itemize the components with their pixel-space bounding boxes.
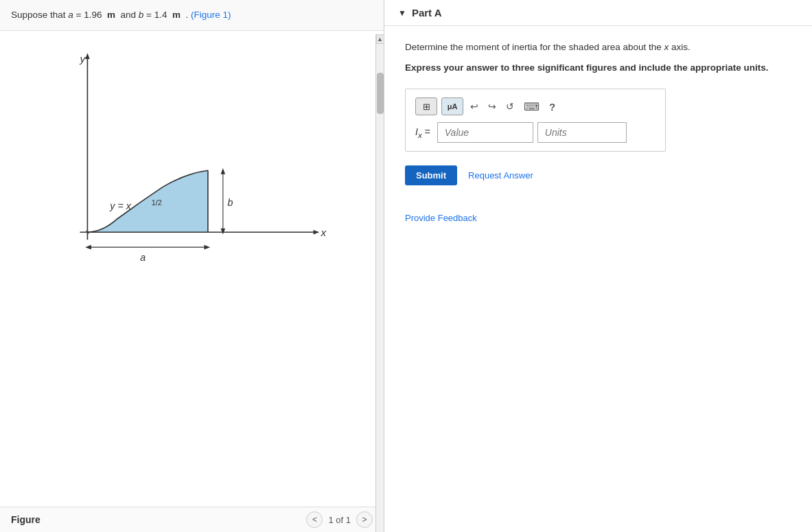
svg-text:a: a [140, 252, 146, 263]
nav-page-indicator: 1 of 1 [328, 515, 351, 525]
matrix-button[interactable]: ⊞ [415, 97, 437, 115]
figure-container: y x y = x 1/2 b a [0, 38, 384, 507]
undo-button[interactable]: ↩ [467, 101, 481, 112]
svg-marker-11 [221, 229, 226, 235]
svg-marker-15 [204, 245, 210, 250]
svg-marker-4 [85, 53, 90, 59]
provide-feedback-link[interactable]: Provide Feedback [405, 213, 477, 223]
action-row: Submit Request Answer [405, 165, 791, 185]
nav-prev-button[interactable]: < [306, 511, 323, 528]
svg-text:x: x [320, 227, 327, 238]
scrollbar[interactable]: ▲ ▼ [375, 34, 384, 532]
request-answer-link[interactable]: Request Answer [468, 170, 533, 181]
svg-marker-14 [85, 245, 91, 250]
greek-icon: μA [448, 102, 458, 111]
figure-label: Figure [11, 514, 40, 525]
redo-button[interactable]: ↪ [485, 101, 499, 112]
matrix-icon: ⊞ [423, 102, 430, 112]
part-a-title: Part A [412, 7, 442, 19]
scroll-up-arrow[interactable]: ▲ [376, 34, 384, 44]
right-panel: ▼ Part A Determine the moment of inertia… [384, 0, 812, 532]
figure-area: y x y = x 1/2 b a [0, 31, 384, 507]
greek-button[interactable]: μA [441, 97, 463, 115]
part-a-collapse-arrow: ▼ [398, 8, 406, 18]
answer-box: ⊞ μA ↩ ↪ ↺ ⌨ ? Ix = [405, 89, 666, 152]
submit-button[interactable]: Submit [405, 165, 457, 185]
svg-marker-10 [221, 168, 226, 174]
figure-link[interactable]: (Figure 1) [191, 10, 231, 20]
answer-row: Ix = [415, 122, 656, 143]
left-panel: Suppose that a = 1.96 m and b = 1.4 m . … [0, 0, 384, 532]
figure-diagram: y x y = x 1/2 b a [41, 51, 329, 285]
help-button[interactable]: ? [546, 101, 558, 113]
refresh-button[interactable]: ↺ [503, 101, 517, 112]
nav-next-button[interactable]: > [356, 511, 373, 528]
scrollbar-thumb[interactable] [377, 73, 384, 114]
question-line1: Determine the moment of inertia for the … [405, 40, 791, 55]
question-line2: Express your answer to three significant… [405, 60, 791, 76]
svg-text:y: y [79, 54, 86, 65]
units-input[interactable] [537, 122, 627, 143]
part-a-content: Determine the moment of inertia for the … [384, 26, 812, 237]
svg-marker-2 [313, 230, 319, 235]
svg-text:y = x: y = x [109, 201, 131, 212]
part-a-header[interactable]: ▼ Part A [384, 0, 812, 26]
svg-text:b: b [227, 197, 233, 208]
answer-label: Ix = [415, 126, 430, 139]
svg-text:1/2: 1/2 [152, 198, 162, 207]
answer-toolbar: ⊞ μA ↩ ↪ ↺ ⌨ ? [415, 97, 656, 115]
problem-statement: Suppose that a = 1.96 m and b = 1.4 m . … [0, 0, 384, 31]
keyboard-button[interactable]: ⌨ [521, 100, 542, 113]
value-input[interactable] [437, 122, 533, 143]
